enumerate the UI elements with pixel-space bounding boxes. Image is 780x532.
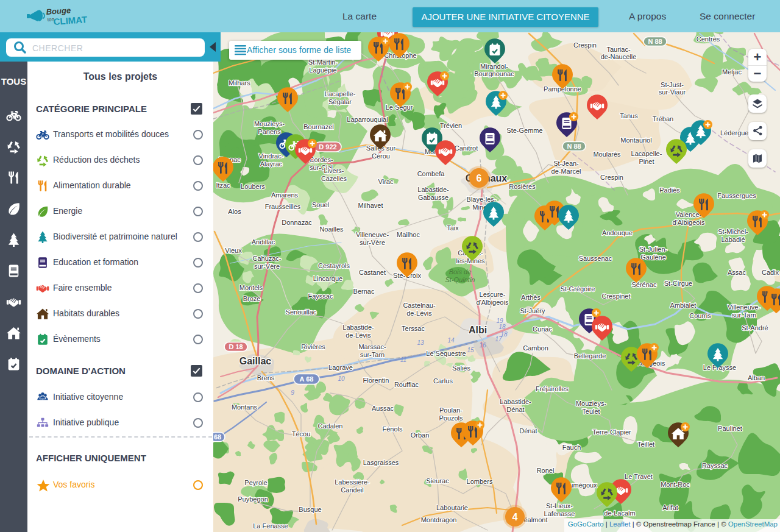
svg-text:Fréjairolles: Fréjairolles [536,385,569,392]
svg-text:sur-Tarn: sur-Tarn [732,311,756,319]
svg-text:Mouzieys-: Mouzieys- [254,120,285,127]
svg-text:Dénat: Dénat [506,406,524,413]
svg-text:Virac: Virac [378,178,394,185]
svg-text:Gabausse: Gabausse [418,194,448,201]
svg-text:Crespin: Crespin [600,174,623,181]
svg-text:Orban: Orban [411,431,430,439]
svg-text:Brens: Brens [257,374,275,381]
svg-text:Loubers: Loubers [241,183,265,190]
svg-text:Rosières: Rosières [509,183,536,190]
svg-text:Teulet: Teulet [582,408,600,415]
svg-text:Vindrac-: Vindrac- [259,152,284,160]
svg-text:Crespin: Crespin [573,41,597,49]
svg-text:Laparrouquial: Laparrouquial [347,116,388,123]
svg-text:11: 11 [400,356,406,363]
svg-text:N 88: N 88 [648,38,662,45]
svg-text:Tauriac-: Tauriac- [606,46,630,53]
svg-text:18: 18 [498,324,506,330]
svg-text:Técou: Técou [292,430,311,438]
svg-text:Lagrave: Lagrave [328,364,353,371]
svg-text:Bouge: Bouge [46,5,71,16]
svg-text:Paulinet: Paulinet [718,425,742,432]
svg-text:Alban: Alban [748,374,765,381]
svg-text:Broze: Broze [243,295,261,302]
svg-text:Donnazac: Donnazac [282,219,312,226]
svg-text:Livers-: Livers- [324,167,344,174]
svg-text:Terre-Clapier: Terre-Clapier [592,428,631,436]
svg-text:Mouzieys-: Mouzieys- [576,400,606,407]
svg-text:Bourgnounac: Bourgnounac [474,70,514,77]
svg-text:Cahuzac-: Cahuzac- [252,255,281,262]
svg-text:Gaillac: Gaillac [239,356,272,366]
svg-text:Sieurac: Sieurac [426,477,449,484]
svg-text:Albi: Albi [469,325,487,335]
svg-text:Rayssac: Rayssac [702,462,728,469]
svg-text:Villeneuve-: Villeneuve- [728,303,761,311]
svg-text:68: 68 [214,433,221,441]
svg-text:Mont-Roc: Mont-Roc [661,481,690,488]
svg-text:de-Lévis: de-Lévis [406,310,432,317]
svg-text:St-Quintin: St-Quintin [445,276,475,283]
svg-text:Faussergues: Faussergues [717,192,756,199]
svg-text:de-Naucelle: de-Naucelle [601,53,637,60]
svg-text:Andouque: Andouque [602,229,633,236]
svg-text:Combefa: Combefa [417,170,445,177]
svg-text:sur-Tarn: sur-Tarn [360,351,385,358]
svg-text:de-Marcel: de-Marcel [551,168,581,175]
svg-text:de-Lacalm: de-Lacalm [604,509,635,517]
svg-text:St-André: St-André [742,324,768,332]
svg-text:Alayrac: Alayrac [260,160,283,168]
svg-text:D 922: D 922 [319,143,336,151]
svg-text:Cestayrols: Cestayrols [318,262,350,269]
svg-text:Le Travet: Le Travet [625,473,653,480]
svg-text:La Fenasse: La Fenasse [253,522,288,530]
svg-text:Cadalen: Cadalen [318,422,343,430]
svg-text:Padiès: Padiès [659,186,680,194]
svg-text:Crespinet: Crespinet [601,293,630,300]
svg-text:Panens: Panens [258,128,281,135]
svg-text:Blaye-les-: Blaye-les- [467,196,497,203]
svg-text:St-Michel-: St-Michel- [718,228,748,235]
svg-text:St-Julien-: St-Julien- [639,246,668,253]
svg-text:Lincarque: Lincarque [313,275,342,282]
svg-text:Le Sequestre: Le Sequestre [426,350,466,357]
svg-text:Laboutarie: Laboutarie [436,504,468,511]
svg-text:Alos: Alos [228,208,241,215]
svg-text:Ste-Gemme: Ste-Gemme [506,127,542,134]
svg-text:Mirandol-: Mirandol- [480,63,508,70]
svg-text:Cordes-: Cordes- [309,156,333,163]
svg-text:Mailhoc: Mailhoc [397,231,420,238]
svg-text:Bois de: Bois de [449,268,472,275]
svg-text:d'Albigeois: d'Albigeois [673,219,705,226]
svg-text:Terssac: Terssac [402,325,425,332]
svg-text:d'Albigeois: d'Albigeois [477,299,509,306]
svg-text:Tanus: Tanus [620,112,638,119]
svg-text:Fénols: Fénols [382,425,403,433]
svg-text:Milhavet: Milhavet [358,202,383,209]
svg-text:Saliès: Saliès [452,364,470,372]
svg-text:Villeneuve-: Villeneuve- [356,231,389,238]
svg-text:sur-Vère: sur-Vère [360,239,385,246]
svg-text:Labessière-: Labessière- [335,478,370,486]
svg-text:Aussac: Aussac [372,405,394,412]
svg-text:Milhars: Milhars [229,79,250,87]
svg-text:14: 14 [447,337,455,344]
svg-text:Centrès: Centrès [697,35,720,43]
svg-text:Ronel: Ronel [537,467,555,474]
svg-text:Itzac: Itzac [216,182,230,189]
svg-text:Labastide-: Labastide- [417,186,449,193]
svg-text:Noailles: Noailles [319,225,344,233]
svg-text:Lescure-: Lescure- [480,291,506,298]
svg-text:Courris: Courris [689,312,711,319]
svg-text:St-Lieux-: St-Lieux- [546,502,573,509]
svg-text:D 18: D 18 [229,343,243,350]
svg-text:Gaulène: Gaulène [640,254,666,261]
svg-text:10: 10 [338,375,345,382]
svg-text:15: 15 [467,347,474,353]
svg-text:Labadié: Labadié [721,236,745,243]
svg-text:Souel: Souel [312,201,329,208]
svg-text:Canitrot: Canitrot [455,144,478,152]
svg-text:Cunac: Cunac [533,325,552,333]
svg-text:Ambialet: Ambialet [670,302,697,309]
svg-text:Andillac: Andillac [252,238,275,246]
